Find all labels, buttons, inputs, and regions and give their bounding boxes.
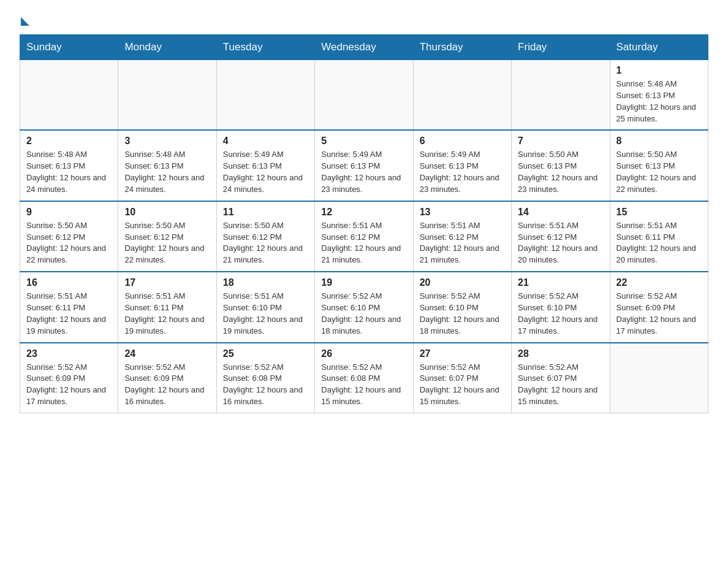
calendar-cell (610, 343, 708, 413)
day-info: Sunrise: 5:52 AMSunset: 6:09 PMDaylight:… (26, 362, 112, 408)
logo (20, 15, 29, 22)
weekday-header-monday: Monday (118, 35, 216, 60)
calendar-cell: 6Sunrise: 5:49 AMSunset: 6:13 PMDaylight… (413, 130, 511, 201)
day-number: 11 (223, 207, 308, 218)
day-number: 5 (321, 136, 406, 147)
calendar-cell: 20Sunrise: 5:52 AMSunset: 6:10 PMDayligh… (413, 272, 511, 342)
day-number: 27 (420, 348, 505, 359)
calendar-cell: 3Sunrise: 5:48 AMSunset: 6:13 PMDaylight… (118, 130, 216, 201)
calendar-cell (315, 60, 413, 131)
calendar-week-4: 16Sunrise: 5:51 AMSunset: 6:11 PMDayligh… (20, 272, 708, 342)
calendar-cell: 12Sunrise: 5:51 AMSunset: 6:12 PMDayligh… (315, 201, 413, 272)
day-info: Sunrise: 5:50 AMSunset: 6:12 PMDaylight:… (26, 220, 112, 266)
day-number: 26 (321, 348, 406, 359)
day-number: 22 (616, 277, 702, 288)
calendar-cell: 18Sunrise: 5:51 AMSunset: 6:10 PMDayligh… (216, 272, 314, 342)
day-info: Sunrise: 5:52 AMSunset: 6:07 PMDaylight:… (518, 362, 603, 408)
day-info: Sunrise: 5:49 AMSunset: 6:13 PMDaylight:… (223, 149, 308, 195)
weekday-header-thursday: Thursday (413, 35, 511, 60)
day-info: Sunrise: 5:51 AMSunset: 6:12 PMDaylight:… (321, 220, 406, 266)
calendar-week-1: 1Sunrise: 5:48 AMSunset: 6:13 PMDaylight… (20, 60, 708, 131)
day-number: 12 (321, 207, 406, 218)
calendar-week-2: 2Sunrise: 5:48 AMSunset: 6:13 PMDaylight… (20, 130, 708, 201)
day-info: Sunrise: 5:52 AMSunset: 6:08 PMDaylight:… (321, 362, 406, 408)
calendar-cell: 26Sunrise: 5:52 AMSunset: 6:08 PMDayligh… (315, 343, 413, 413)
day-info: Sunrise: 5:52 AMSunset: 6:10 PMDaylight:… (321, 291, 406, 337)
day-number: 17 (124, 277, 210, 288)
calendar-week-3: 9Sunrise: 5:50 AMSunset: 6:12 PMDaylight… (20, 201, 708, 272)
calendar-cell (512, 60, 610, 131)
day-info: Sunrise: 5:51 AMSunset: 6:11 PMDaylight:… (616, 220, 702, 266)
weekday-header-saturday: Saturday (610, 35, 708, 60)
day-number: 8 (616, 136, 702, 147)
day-info: Sunrise: 5:52 AMSunset: 6:10 PMDaylight:… (518, 291, 603, 337)
page-header (20, 15, 708, 22)
day-info: Sunrise: 5:51 AMSunset: 6:12 PMDaylight:… (420, 220, 505, 266)
day-info: Sunrise: 5:52 AMSunset: 6:10 PMDaylight:… (420, 291, 505, 337)
day-info: Sunrise: 5:52 AMSunset: 6:07 PMDaylight:… (420, 362, 505, 408)
calendar-cell: 5Sunrise: 5:49 AMSunset: 6:13 PMDaylight… (315, 130, 413, 201)
calendar-cell: 16Sunrise: 5:51 AMSunset: 6:11 PMDayligh… (20, 272, 118, 342)
day-info: Sunrise: 5:51 AMSunset: 6:11 PMDaylight:… (26, 291, 112, 337)
weekday-header-row: SundayMondayTuesdayWednesdayThursdayFrid… (20, 35, 708, 60)
day-info: Sunrise: 5:48 AMSunset: 6:13 PMDaylight:… (26, 149, 112, 195)
calendar-week-5: 23Sunrise: 5:52 AMSunset: 6:09 PMDayligh… (20, 343, 708, 413)
day-number: 6 (420, 136, 505, 147)
day-info: Sunrise: 5:48 AMSunset: 6:13 PMDaylight:… (124, 149, 210, 195)
day-number: 13 (420, 207, 505, 218)
day-number: 9 (26, 207, 112, 218)
day-number: 23 (26, 348, 112, 359)
day-number: 21 (518, 277, 603, 288)
day-info: Sunrise: 5:50 AMSunset: 6:12 PMDaylight:… (124, 220, 210, 266)
calendar-cell: 28Sunrise: 5:52 AMSunset: 6:07 PMDayligh… (512, 343, 610, 413)
calendar-cell: 2Sunrise: 5:48 AMSunset: 6:13 PMDaylight… (20, 130, 118, 201)
day-number: 4 (223, 136, 308, 147)
calendar-table: SundayMondayTuesdayWednesdayThursdayFrid… (20, 34, 708, 413)
calendar-cell: 10Sunrise: 5:50 AMSunset: 6:12 PMDayligh… (118, 201, 216, 272)
day-number: 24 (124, 348, 210, 359)
day-number: 14 (518, 207, 603, 218)
day-number: 16 (26, 277, 112, 288)
calendar-cell: 27Sunrise: 5:52 AMSunset: 6:07 PMDayligh… (413, 343, 511, 413)
calendar-cell: 8Sunrise: 5:50 AMSunset: 6:13 PMDaylight… (610, 130, 708, 201)
day-info: Sunrise: 5:48 AMSunset: 6:13 PMDaylight:… (616, 79, 702, 124)
day-info: Sunrise: 5:51 AMSunset: 6:12 PMDaylight:… (518, 220, 603, 266)
day-info: Sunrise: 5:50 AMSunset: 6:13 PMDaylight:… (518, 149, 603, 195)
calendar-cell (413, 60, 511, 131)
calendar-cell: 4Sunrise: 5:49 AMSunset: 6:13 PMDaylight… (216, 130, 314, 201)
calendar-cell: 7Sunrise: 5:50 AMSunset: 6:13 PMDaylight… (512, 130, 610, 201)
calendar-cell: 13Sunrise: 5:51 AMSunset: 6:12 PMDayligh… (413, 201, 511, 272)
calendar-cell: 11Sunrise: 5:50 AMSunset: 6:12 PMDayligh… (216, 201, 314, 272)
calendar-cell: 24Sunrise: 5:52 AMSunset: 6:09 PMDayligh… (118, 343, 216, 413)
day-info: Sunrise: 5:51 AMSunset: 6:11 PMDaylight:… (124, 291, 210, 337)
logo-arrow-icon (21, 17, 29, 26)
day-number: 15 (616, 207, 702, 218)
day-number: 25 (223, 348, 308, 359)
day-number: 10 (124, 207, 210, 218)
day-info: Sunrise: 5:52 AMSunset: 6:09 PMDaylight:… (124, 362, 210, 408)
day-number: 19 (321, 277, 406, 288)
day-info: Sunrise: 5:52 AMSunset: 6:08 PMDaylight:… (223, 362, 308, 408)
calendar-cell: 25Sunrise: 5:52 AMSunset: 6:08 PMDayligh… (216, 343, 314, 413)
day-info: Sunrise: 5:50 AMSunset: 6:12 PMDaylight:… (223, 220, 308, 266)
calendar-cell (20, 60, 118, 131)
calendar-cell: 23Sunrise: 5:52 AMSunset: 6:09 PMDayligh… (20, 343, 118, 413)
day-number: 3 (124, 136, 210, 147)
day-info: Sunrise: 5:51 AMSunset: 6:10 PMDaylight:… (223, 291, 308, 337)
calendar-cell: 17Sunrise: 5:51 AMSunset: 6:11 PMDayligh… (118, 272, 216, 342)
weekday-header-wednesday: Wednesday (315, 35, 413, 60)
calendar-cell: 9Sunrise: 5:50 AMSunset: 6:12 PMDaylight… (20, 201, 118, 272)
calendar-cell: 14Sunrise: 5:51 AMSunset: 6:12 PMDayligh… (512, 201, 610, 272)
calendar-cell: 22Sunrise: 5:52 AMSunset: 6:09 PMDayligh… (610, 272, 708, 342)
calendar-cell: 1Sunrise: 5:48 AMSunset: 6:13 PMDaylight… (610, 60, 708, 131)
weekday-header-friday: Friday (512, 35, 610, 60)
day-number: 20 (420, 277, 505, 288)
weekday-header-sunday: Sunday (20, 35, 118, 60)
day-number: 1 (616, 65, 702, 76)
day-info: Sunrise: 5:52 AMSunset: 6:09 PMDaylight:… (616, 291, 702, 337)
day-info: Sunrise: 5:50 AMSunset: 6:13 PMDaylight:… (616, 149, 702, 195)
calendar-cell (118, 60, 216, 131)
day-info: Sunrise: 5:49 AMSunset: 6:13 PMDaylight:… (321, 149, 406, 195)
calendar-cell: 21Sunrise: 5:52 AMSunset: 6:10 PMDayligh… (512, 272, 610, 342)
weekday-header-tuesday: Tuesday (216, 35, 314, 60)
